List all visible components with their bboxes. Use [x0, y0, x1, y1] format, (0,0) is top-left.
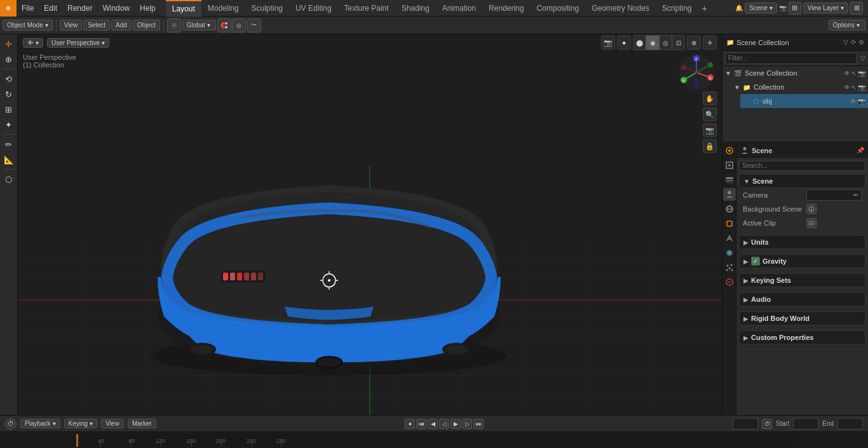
render-icon[interactable]: 📷 — [858, 84, 865, 91]
prop-tab-object[interactable] — [723, 217, 736, 230]
tab-texture-paint[interactable]: Texture Paint — [338, 0, 395, 17]
keying-dropdown[interactable]: Keying ▾ — [64, 419, 98, 428]
active-clip-icon[interactable] — [806, 218, 817, 228]
show-overlays-btn[interactable]: ⊕ — [687, 36, 701, 50]
scene-selector[interactable]: Scene▾ — [745, 3, 776, 13]
units-section-header[interactable]: ▶ Units — [739, 235, 865, 249]
snap-btn[interactable]: 🧲 — [217, 18, 231, 32]
background-scene-icon[interactable] — [806, 204, 817, 214]
outliner-search-input[interactable] — [725, 53, 857, 64]
tab-shading[interactable]: Shading — [395, 0, 436, 17]
camera-view-btn[interactable]: 📷 — [601, 36, 615, 50]
outliner-filter-icon[interactable]: ▽ — [843, 39, 848, 46]
jump-end-btn[interactable]: ⏭ — [473, 419, 484, 429]
scene-icon-btn[interactable]: ⊞ — [789, 2, 801, 15]
jump-start-btn[interactable]: ⏮ — [416, 419, 426, 429]
select-menu[interactable]: Select — [83, 20, 110, 31]
tab-layout[interactable]: Layout — [166, 0, 201, 17]
object-menu[interactable]: Object — [133, 20, 160, 31]
scale-tool[interactable]: ⊞ — [2, 102, 16, 116]
gizmo[interactable]: Z X Y — [677, 53, 715, 92]
current-frame-input[interactable]: 1 — [733, 418, 758, 430]
tab-animation[interactable]: Animation — [436, 0, 482, 17]
render-preview-btn[interactable]: ● — [617, 36, 631, 50]
viewport[interactable]: 👁▾ User Perspective▾ 📷 ● ⬤ ◉ ◎ ⊡ ⊕ ✛ — [18, 34, 722, 415]
outliner-scene-collection[interactable]: ▼ 🎬 Scene Collection 👁 ↖ 📷 — [722, 66, 868, 80]
viewport-shading-dropdown[interactable]: 👁▾ — [23, 38, 43, 48]
gravity-checkbox[interactable]: ✓ — [751, 257, 760, 266]
prop-tab-scene[interactable] — [723, 188, 736, 201]
menu-file[interactable]: File — [17, 0, 39, 17]
viewport-camera-btn[interactable]: 📷 — [703, 123, 717, 137]
tab-geometry-nodes[interactable]: Geometry Nodes — [585, 0, 656, 17]
view-dropdown[interactable]: View — [101, 419, 124, 428]
annotate-tool[interactable]: ✏ — [2, 137, 16, 151]
prop-tab-material[interactable] — [723, 247, 736, 259]
end-frame-input[interactable]: 250 — [837, 418, 863, 430]
start-frame-input[interactable]: 1 — [793, 418, 818, 430]
move-tool[interactable]: ⊕ — [2, 52, 16, 66]
proportional-edit-btn[interactable]: ◎ — [232, 18, 246, 32]
prop-search-input[interactable] — [739, 161, 865, 171]
prop-tab-world[interactable] — [723, 203, 736, 215]
timeline-ruler[interactable]: 1 40 80 120 160 200 240 280 — [0, 431, 868, 448]
render-icon[interactable]: 📷 — [858, 98, 865, 105]
options-btn[interactable]: Options ▾ — [829, 20, 865, 31]
prop-tab-physics[interactable] — [723, 276, 736, 288]
add-workspace-button[interactable]: + — [698, 3, 711, 13]
play-reverse-btn[interactable]: ◁ — [439, 419, 449, 429]
next-frame-btn[interactable]: ▷ — [462, 419, 472, 429]
rigid-body-section-header[interactable]: ▶ Rigid Body World — [739, 311, 865, 325]
outliner-filter-btn[interactable]: ▽ — [860, 55, 865, 62]
marker-dropdown[interactable]: Marker — [128, 419, 156, 428]
viewport-zoom-btn[interactable]: 🔍 — [703, 107, 717, 121]
prev-frame-btn[interactable]: ◀ — [428, 419, 438, 429]
rotate-tool[interactable]: ↻ — [2, 87, 16, 101]
tab-uv-editing[interactable]: UV Editing — [289, 0, 338, 17]
transform-pivot-btn[interactable]: ⊹ — [167, 18, 181, 32]
playback-dropdown[interactable]: Playback ▾ — [20, 419, 60, 428]
transform2-tool[interactable]: ✦ — [2, 118, 16, 132]
add-menu[interactable]: Add — [111, 20, 132, 31]
menu-render[interactable]: Render — [62, 0, 97, 17]
selectability-icon[interactable]: ↖ — [851, 84, 857, 91]
prop-pin-icon[interactable]: 📌 — [857, 147, 864, 154]
menu-help[interactable]: Help — [135, 0, 161, 17]
frame-timer-icon[interactable]: ⏱ — [762, 419, 772, 429]
visibility-icon[interactable]: 👁 — [844, 84, 850, 91]
viewport-perspective-dropdown[interactable]: User Perspective▾ — [47, 38, 109, 48]
tab-modeling[interactable]: Modeling — [201, 0, 245, 17]
wireframe-shading-btn[interactable]: ⊡ — [672, 36, 684, 50]
outliner-collection[interactable]: ▼ 📁 Collection 👁 ↖ 📷 — [731, 80, 868, 94]
transform-tool[interactable]: ⟲ — [2, 72, 16, 86]
prop-tab-view-layer[interactable] — [723, 173, 736, 186]
cursor-tool[interactable]: ✛ — [2, 37, 16, 51]
tab-rendering[interactable]: Rendering — [482, 0, 530, 17]
render-icon[interactable]: 📷 — [858, 70, 865, 77]
gravity-section-header[interactable]: ▶ ✓ Gravity — [739, 254, 865, 268]
prop-tab-render[interactable] — [723, 144, 736, 157]
scene-section-header[interactable]: ▼ Scene — [739, 174, 865, 188]
outliner-options-icon[interactable]: ⚙ — [858, 39, 864, 46]
show-gizmos-btn[interactable]: ✛ — [703, 36, 717, 50]
rendered-shading-btn[interactable]: ◎ — [659, 36, 672, 50]
keying-section-header[interactable]: ▶ Keying Sets — [739, 273, 865, 287]
menu-edit[interactable]: Edit — [39, 0, 62, 17]
viewport-hand-btn[interactable]: ✋ — [703, 92, 717, 105]
timeline-icon[interactable]: ⏱ — [5, 418, 17, 430]
outliner-obj[interactable]: ▶ ⬡ obj 👁 📷 — [740, 94, 868, 108]
material-shading-btn[interactable]: ◉ — [646, 36, 659, 50]
transform-global-btn[interactable]: Global ▾ — [182, 20, 216, 31]
prop-tab-modifier[interactable] — [723, 232, 736, 245]
view-layer-icon-btn[interactable]: ⊞ — [850, 2, 863, 15]
menu-window[interactable]: Window — [97, 0, 135, 17]
visibility-icon[interactable]: 👁 — [850, 98, 857, 105]
tab-scripting[interactable]: Scripting — [656, 0, 698, 17]
measure-tool[interactable]: 📐 — [2, 153, 16, 166]
prop-tab-particles[interactable] — [723, 261, 736, 274]
graph-btn[interactable]: 〜 — [247, 18, 261, 32]
selectability-icon[interactable]: ↖ — [851, 70, 857, 77]
audio-section-header[interactable]: ▶ Audio — [739, 292, 865, 306]
record-btn[interactable]: ● — [405, 419, 415, 429]
camera-field[interactable]: ✏ — [806, 189, 862, 201]
